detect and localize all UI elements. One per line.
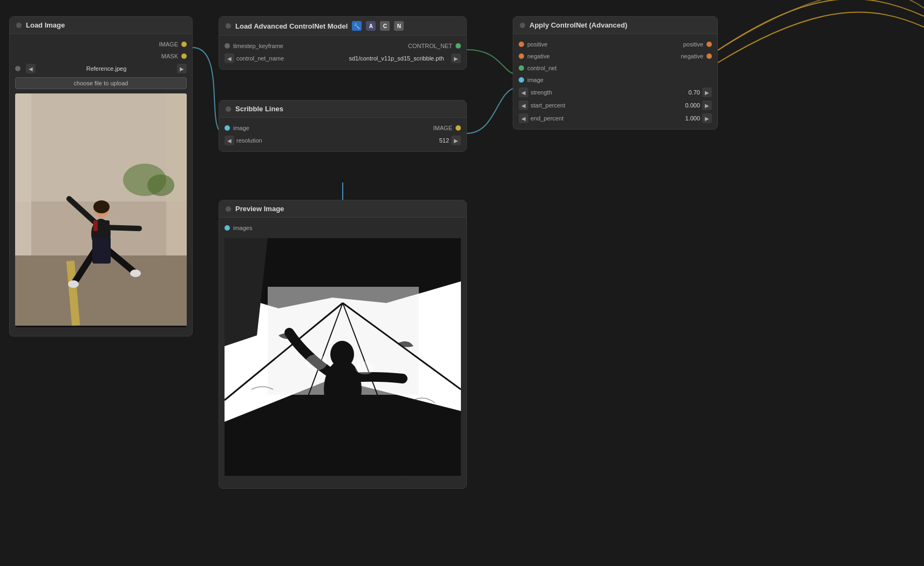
positive-input-label: positive [527, 41, 547, 48]
svg-point-7 [147, 174, 174, 196]
svg-rect-19 [93, 220, 98, 231]
strength-prev-btn[interactable]: ◀ [519, 87, 528, 97]
image-ctrl-input-label: image [527, 77, 543, 83]
load-image-title: Load Image [26, 21, 65, 29]
svg-rect-3 [15, 93, 31, 255]
upload-btn[interactable]: choose file to upload [15, 77, 187, 89]
preview-image-node: Preview Image images [219, 200, 467, 489]
svg-point-15 [68, 280, 79, 288]
scribble-status [226, 106, 231, 112]
image-ctrl-input-port[interactable] [519, 77, 524, 83]
badge-icon-c: C [380, 21, 390, 31]
positive-output-label: positive [683, 41, 703, 48]
control-net-name-row: ◀ control_net_name sd1/control_v11p_sd15… [219, 52, 466, 65]
badge-icon-1: 🔧 [352, 21, 362, 31]
mask-output-port[interactable] [181, 53, 187, 59]
resolution-row: ◀ resolution 512 ▶ [219, 134, 466, 147]
start-percent-next-btn[interactable]: ▶ [702, 100, 712, 110]
negative-output-port[interactable] [706, 53, 712, 59]
end-percent-prev-btn[interactable]: ◀ [519, 113, 528, 123]
svg-rect-2 [15, 255, 187, 326]
negative-input-port[interactable] [519, 53, 524, 59]
control-net-input-row: control_net [513, 62, 717, 74]
svg-rect-4 [166, 93, 187, 255]
load-image-status [16, 23, 22, 28]
scribble-header: Scribble Lines [219, 100, 466, 118]
control-net-input-label: control_net [527, 65, 556, 71]
image-output-row: IMAGE [10, 38, 192, 50]
scribble-image-input-label: image [233, 125, 249, 131]
resolution-next-btn[interactable]: ▶ [451, 136, 461, 145]
start-percent-label: start_percent [531, 102, 683, 109]
timestep-input-port[interactable] [225, 43, 230, 49]
scribble-image-output-label: IMAGE [433, 125, 452, 131]
svg-point-31 [330, 341, 354, 368]
load-image-header: Load Image [10, 17, 192, 34]
preview-title: Preview Image [235, 205, 284, 213]
preview-status [226, 206, 231, 212]
load-controlnet-header: Load Advanced ControlNet Model 🔧 A C N [219, 17, 466, 36]
positive-output-port[interactable] [706, 42, 712, 47]
strength-row: ◀ strength 0.70 ▶ [513, 86, 717, 99]
image-output-label: IMAGE [159, 41, 178, 48]
image-preview [15, 93, 187, 327]
preview-header: Preview Image [219, 200, 466, 218]
positive-io-row: positive positive [513, 38, 717, 50]
mask-output-label: MASK [161, 53, 178, 59]
svg-point-16 [130, 269, 141, 277]
scribble-lines-node: Scribble Lines image IMAGE ◀ resolution … [219, 100, 467, 152]
svg-point-10 [93, 200, 110, 213]
scribble-title: Scribble Lines [235, 105, 283, 113]
load-controlnet-title: Load Advanced ControlNet Model [235, 22, 348, 30]
scribble-image-input-port[interactable] [225, 125, 230, 131]
image-input-port[interactable] [15, 66, 21, 71]
control-net-name-label: control_net_name [236, 55, 342, 62]
image-selector-value: Reference.jpeg [38, 65, 175, 72]
controlnet-io-row: timestep_keyframe CONTROL_NET [219, 40, 466, 52]
apply-controlnet-header: Apply ControlNet (Advanced) [513, 17, 717, 34]
start-percent-prev-btn[interactable]: ◀ [519, 100, 528, 110]
start-percent-row: ◀ start_percent 0.000 ▶ [513, 99, 717, 112]
control-net-name-prev[interactable]: ◀ [225, 53, 234, 63]
badge-icon-n: N [394, 21, 404, 31]
apply-controlnet-title: Apply ControlNet (Advanced) [529, 21, 627, 29]
end-percent-label: end_percent [531, 115, 683, 122]
preview-images-label: images [233, 225, 252, 231]
negative-input-label: negative [527, 53, 550, 59]
control-net-output-port[interactable] [456, 43, 461, 49]
svg-rect-17 [92, 237, 111, 264]
load-controlnet-status [226, 23, 231, 29]
load-controlnet-node: Load Advanced ControlNet Model 🔧 A C N t… [219, 16, 467, 70]
load-image-node: Load Image IMAGE MASK ◀ Reference.jpeg ▶… [9, 16, 193, 336]
badge-icon-a: A [366, 21, 376, 31]
strength-next-btn[interactable]: ▶ [702, 87, 712, 97]
svg-point-32 [305, 354, 327, 370]
strength-label: strength [531, 89, 687, 96]
control-net-name-next[interactable]: ▶ [451, 53, 461, 63]
resolution-value: 512 [439, 137, 449, 144]
preview-images-port[interactable] [225, 225, 230, 231]
image-selector-row: ◀ Reference.jpeg ▶ [10, 62, 192, 75]
preview-images-row: images [219, 222, 466, 234]
scribble-image-output-port[interactable] [456, 125, 461, 131]
positive-input-port[interactable] [519, 42, 524, 47]
image-input-row: image [513, 74, 717, 86]
apply-controlnet-status [520, 23, 525, 28]
control-net-output-label: CONTROL_NET [408, 43, 452, 49]
preview-image-svg [225, 238, 461, 476]
end-percent-row: ◀ end_percent 1.000 ▶ [513, 112, 717, 125]
end-percent-next-btn[interactable]: ▶ [702, 113, 712, 123]
strength-value: 0.70 [689, 89, 700, 96]
image-output-port[interactable] [181, 42, 187, 47]
negative-io-row: negative negative [513, 50, 717, 62]
image-next-btn[interactable]: ▶ [177, 64, 187, 73]
end-percent-value: 1.000 [685, 115, 700, 122]
control-net-input-port[interactable] [519, 65, 524, 71]
resolution-prev-btn[interactable]: ◀ [225, 136, 234, 145]
mask-output-row: MASK [10, 50, 192, 62]
start-percent-value: 0.000 [685, 102, 700, 109]
image-prev-btn[interactable]: ◀ [26, 64, 36, 73]
negative-output-label: negative [681, 53, 703, 59]
preview-image-container [219, 234, 466, 484]
resolution-label: resolution [236, 137, 437, 144]
